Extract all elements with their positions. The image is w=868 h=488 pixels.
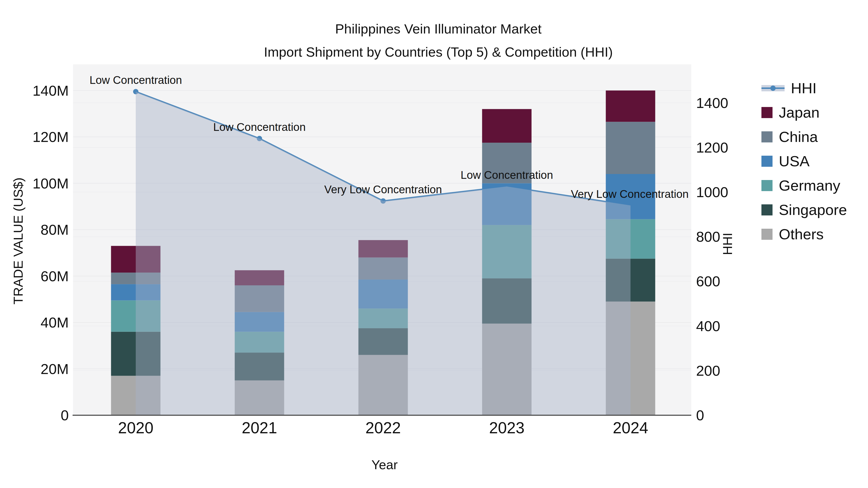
legend-swatch-germany (762, 180, 773, 191)
legend-item-others[interactable]: Others (762, 226, 847, 243)
y-left-tick-100M: 100M (33, 175, 69, 192)
legend-swatch-others (762, 229, 773, 240)
legend-label-singapore: Singapore (779, 201, 847, 218)
y-right-tick-800: 800 (696, 229, 720, 245)
chart-title: Philippines Vein Illuminator Market Impo… (72, 18, 804, 64)
legend-label-germany: Germany (779, 177, 840, 194)
x-tick-2024: 2024 (613, 419, 648, 437)
legend: HHIJapanChinaUSAGermanySingaporeOthers (762, 79, 847, 243)
legend-item-hhi[interactable]: HHI (762, 79, 847, 97)
x-tick-2023: 2023 (489, 419, 525, 437)
legend-swatch-singapore (762, 204, 773, 216)
y-axis-title-right: HHI (720, 233, 735, 255)
legend-swatch-china (762, 131, 773, 142)
legend-item-usa[interactable]: USA (762, 153, 847, 170)
bar-segment-china-2024 (606, 122, 655, 174)
legend-item-singapore[interactable]: Singapore (762, 201, 847, 218)
annotation-2023: Low Concentration (461, 169, 553, 181)
annotation-2024: Very Low Concentration (571, 188, 689, 200)
legend-item-china[interactable]: China (762, 128, 847, 145)
chart-canvas: Low ConcentrationLow ConcentrationVery L… (0, 0, 868, 488)
x-tick-2020: 2020 (118, 419, 154, 437)
y-left-tick-60M: 60M (40, 268, 69, 284)
y-right-tick-200: 200 (696, 363, 720, 379)
bar-segment-japan-2023 (482, 109, 532, 143)
x-axis-title: Year (371, 457, 398, 472)
legend-item-japan[interactable]: Japan (762, 104, 847, 121)
x-tick-labels: 20202021202220232024 (118, 419, 648, 437)
legend-swatch-usa (762, 156, 773, 167)
y-right-tick-0: 0 (696, 407, 704, 423)
y-right-tick-400: 400 (696, 318, 720, 334)
legend-label-others: Others (779, 226, 824, 243)
legend-label-japan: Japan (779, 104, 819, 121)
annotation-2020: Low Concentration (89, 74, 182, 86)
legend-label-usa: USA (779, 153, 809, 170)
legend-label-hhi: HHI (791, 79, 817, 97)
y-right-tick-1400: 1400 (696, 95, 728, 111)
annotation-2022: Very Low Concentration (324, 183, 442, 196)
y-left-tick-140M: 140M (33, 83, 69, 99)
y-left-tick-labels: 020M40M60M80M100M120M140M (33, 83, 69, 424)
annotation-2021: Low Concentration (213, 121, 306, 133)
y-left-tick-0: 0 (61, 407, 69, 423)
chart-title-line2: Import Shipment by Countries (Top 5) & C… (72, 40, 804, 64)
y-right-tick-1200: 1200 (696, 139, 728, 156)
x-tick-2021: 2021 (242, 419, 277, 437)
legend-label-china: China (779, 128, 818, 145)
chart-svg: Low ConcentrationLow ConcentrationVery L… (0, 0, 868, 488)
y-axis-title-left: TRADE VALUE (US$) (10, 177, 26, 304)
legend-hhi-dot (770, 86, 776, 91)
legend-item-germany[interactable]: Germany (762, 177, 847, 194)
y-right-tick-600: 600 (696, 273, 720, 289)
y-right-tick-labels: 0200400600800100012001400 (696, 95, 728, 423)
legend-hhi-line-icon (762, 83, 784, 94)
chart-title-line1: Philippines Vein Illuminator Market (72, 18, 804, 40)
legend-swatch-japan (762, 107, 773, 118)
y-left-tick-80M: 80M (40, 222, 69, 238)
bar-segment-japan-2024 (606, 91, 655, 122)
y-left-tick-20M: 20M (40, 361, 69, 377)
y-left-tick-120M: 120M (33, 129, 69, 145)
y-right-tick-1000: 1000 (696, 184, 728, 200)
x-tick-2022: 2022 (366, 419, 401, 437)
y-left-tick-40M: 40M (40, 315, 69, 331)
